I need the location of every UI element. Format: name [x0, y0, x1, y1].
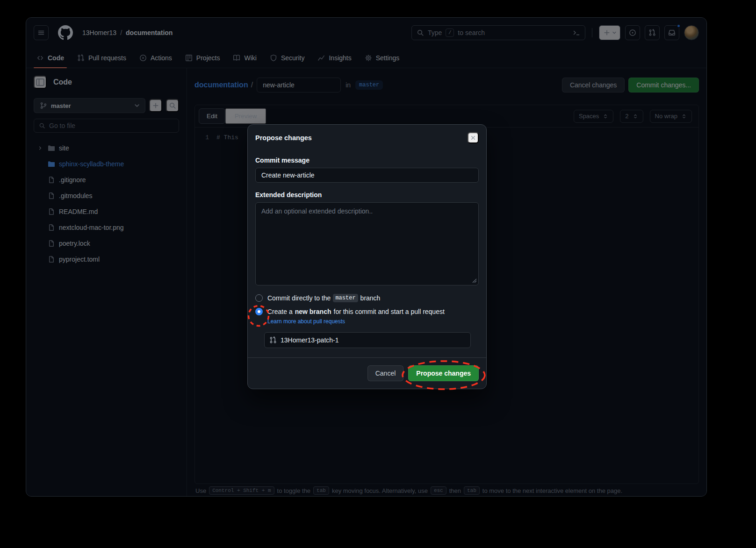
- learn-more-link[interactable]: Learn more about pull requests: [267, 318, 345, 325]
- dialog-header: Propose changes: [248, 125, 486, 148]
- branch-code-chip: master: [333, 294, 358, 302]
- extended-description-textarea[interactable]: [255, 202, 479, 285]
- label-text: branch: [360, 294, 381, 302]
- radio-commit-direct-label: Commit directly to the master branch: [267, 294, 380, 302]
- desktop-background: 13Homer13 / documentation Type / to sear…: [0, 0, 756, 548]
- label-text: for this commit and start a pull request: [334, 308, 445, 315]
- app-window: 13Homer13 / documentation Type / to sear…: [26, 17, 707, 497]
- label-text: Create a: [267, 308, 293, 315]
- close-button[interactable]: [468, 132, 479, 143]
- label-text: Commit directly to the: [267, 294, 331, 302]
- radio-commit-direct-row: Commit directly to the master branch: [255, 294, 479, 302]
- radio-create-branch-row: Create a new branch for this commit and …: [255, 308, 479, 315]
- propose-changes-button[interactable]: Propose changes: [408, 365, 479, 381]
- cancel-button[interactable]: Cancel: [367, 365, 404, 381]
- branch-name-value: 13Homer13-patch-1: [281, 336, 339, 344]
- commit-message-label: Commit message: [255, 157, 479, 164]
- git-pull-request-icon: [269, 336, 277, 344]
- dialog-title: Propose changes: [255, 134, 312, 142]
- dialog-body: Commit message Extended description Comm…: [248, 157, 486, 348]
- label-bold-text: new branch: [295, 308, 331, 315]
- propose-changes-dialog: Propose changes Commit message Extended …: [247, 124, 487, 389]
- commit-message-input[interactable]: [255, 168, 479, 183]
- radio-commit-direct[interactable]: [255, 294, 263, 302]
- radio-create-branch[interactable]: [255, 308, 263, 315]
- close-icon: [470, 135, 476, 141]
- extended-description-label: Extended description: [255, 191, 479, 199]
- new-branch-name-input[interactable]: 13Homer13-patch-1: [264, 332, 471, 348]
- dialog-footer: Cancel Propose changes: [248, 357, 486, 389]
- radio-create-branch-label: Create a new branch for this commit and …: [267, 308, 445, 315]
